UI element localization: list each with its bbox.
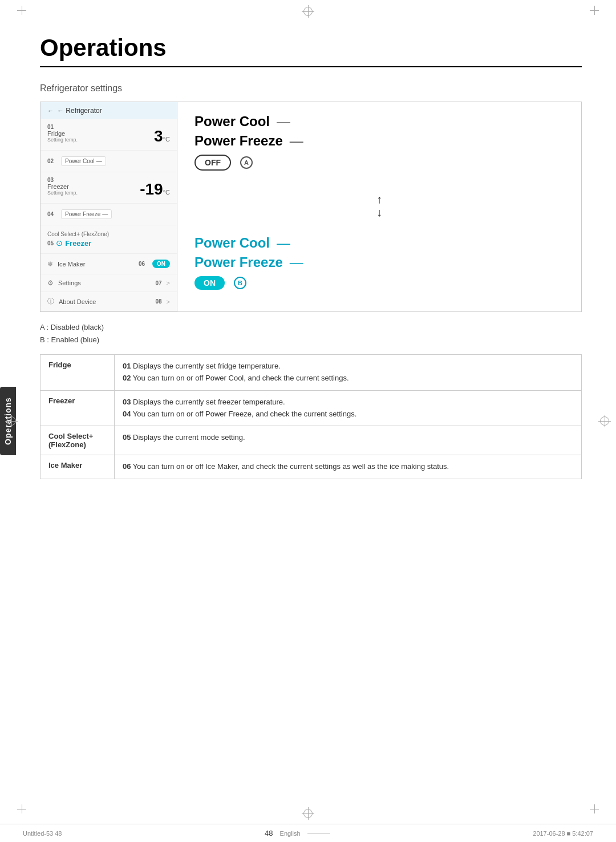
arrow-down-icon: ↓ — [376, 206, 382, 219]
item-06-label: Ice Maker — [58, 261, 134, 268]
section-heading: Refrigerator settings — [40, 83, 582, 94]
corner-mark-bl — [17, 804, 26, 813]
phone-header: ← ← Refrigerator — [40, 102, 177, 119]
settings-arrow: > — [167, 280, 170, 286]
icemaker-row-content: 06 You can turn on or off Ice Maker, and… — [115, 455, 582, 479]
item-01-sublabel: Setting temp. — [47, 137, 149, 143]
freezer-num-03: 03 — [123, 398, 131, 406]
power-cool-b-label: Power Cool — [194, 235, 270, 251]
corner-mark-tl — [17, 6, 26, 15]
arrow-up-icon: ↑ — [376, 193, 382, 206]
phone-header-title: ← Refrigerator — [57, 107, 102, 115]
off-on-row-a: OFF A — [194, 155, 564, 171]
item-08-label: About Device — [59, 298, 151, 305]
main-content: Operations Refrigerator settings ← ← Ref… — [23, 0, 599, 513]
item-02-number: 02 — [47, 158, 56, 164]
item-07-label: Settings — [58, 280, 151, 286]
right-center-mark — [600, 416, 609, 426]
phone-menu-fridge[interactable]: 01 Fridge Setting temp. 3 °C — [40, 119, 177, 151]
off-on-row-b: ON B — [194, 276, 564, 290]
phone-menu-settings[interactable]: ⚙ Settings 07 > — [40, 274, 177, 292]
power-freeze-b: Power Freeze — — [194, 254, 564, 270]
power-cool-b: Power Cool — — [194, 235, 564, 251]
legend-b: B : Enabled (blue) — [40, 334, 582, 346]
about-icon: ⓘ — [47, 297, 54, 306]
icemaker-badge: ON — [152, 260, 170, 268]
corner-mark-tr — [590, 6, 599, 15]
phone-panel: ← ← Refrigerator 01 Fridge Setting temp.… — [40, 102, 177, 311]
power-cool-a: Power Cool — — [194, 114, 564, 129]
on-badge[interactable]: ON — [194, 276, 225, 290]
power-freeze-a: Power Freeze — — [194, 133, 564, 149]
powercool-badge: Power Cool — — [61, 156, 106, 166]
about-arrow: > — [167, 298, 170, 305]
section-b: Power Cool — Power Freeze — ON B — [194, 235, 564, 294]
diagram-container: ← ← Refrigerator 01 Fridge Setting temp.… — [40, 102, 582, 312]
section-a: Power Cool — Power Freeze — OFF A — [194, 114, 564, 175]
footer-language: English — [280, 830, 301, 837]
fridge-num-01: 01 — [123, 362, 131, 370]
coolselect-row-label: Cool Select+(FlexZone) — [40, 426, 115, 455]
powercool-dash: — — [96, 158, 102, 164]
top-center-mark — [303, 7, 313, 16]
freezer-temp: -19 — [140, 180, 163, 199]
freezer-row-content: 03 Displays the currently set freezer te… — [115, 390, 582, 426]
phone-menu-about[interactable]: ⓘ About Device 08 > — [40, 292, 177, 311]
phone-menu-coolselect[interactable]: Cool Select+ (FlexZone) 05 ⊙ Freezer — [40, 225, 177, 254]
coolselect-num-05: 05 — [123, 433, 131, 442]
power-cool-a-label: Power Cool — [194, 114, 270, 129]
phone-menu-icemaker[interactable]: ❄ Ice Maker 06 ON — [40, 254, 177, 274]
freezer-num-04: 04 — [123, 410, 131, 418]
power-freeze-b-dash: — — [290, 254, 303, 270]
legend-a: A : Disabled (black) — [40, 321, 582, 334]
footer: Untitled-53 48 48 English 2017-06-28 ■ 5… — [0, 824, 616, 842]
item-06-number: 06 — [139, 261, 148, 267]
fridge-row-content: 01 Displays the currently set fridge tem… — [115, 355, 582, 391]
bottom-center-mark — [303, 809, 313, 818]
item-08-number: 08 — [155, 298, 161, 305]
coolselect-value: Freezer — [65, 239, 91, 248]
coolselect-title: Cool Select+ (FlexZone) — [47, 231, 170, 237]
table-row-coolselect: Cool Select+(FlexZone) 05 Displays the c… — [40, 426, 582, 455]
phone-menu-powercool[interactable]: 02 Power Cool — — [40, 151, 177, 172]
power-cool-a-dash: — — [277, 114, 290, 129]
footer-date: 2017-06-28 ■ 5:42:07 — [533, 830, 593, 837]
footer-filename: Untitled-53 48 — [23, 830, 62, 837]
power-freeze-b-label: Power Freeze — [194, 254, 283, 270]
item-07-number: 07 — [155, 280, 161, 286]
item-03-sublabel: Setting temp. — [47, 190, 135, 196]
fridge-row-label: Fridge — [40, 355, 115, 391]
left-center-mark — [7, 416, 16, 426]
coolselect-row-content: 05 Displays the current mode setting. — [115, 426, 582, 455]
arrow-connector: ↑ ↓ — [194, 193, 564, 219]
circle-label-b: B — [234, 277, 246, 289]
item-03-label: Freezer — [47, 183, 135, 190]
coolselect-icon: ⊙ — [56, 238, 63, 248]
fridge-unit: °C — [163, 136, 170, 143]
icemaker-row-label: Ice Maker — [40, 455, 115, 479]
fridge-temp: 3 — [154, 127, 163, 145]
legend: A : Disabled (black) B : Enabled (blue) — [40, 321, 582, 346]
phone-menu-powerfreeze[interactable]: 04 Power Freeze — — [40, 204, 177, 225]
corner-mark-br — [590, 804, 599, 813]
power-freeze-a-dash: — — [290, 133, 303, 149]
icemaker-icon: ❄ — [47, 260, 53, 268]
table-row-fridge: Fridge 01 Displays the currently set fri… — [40, 355, 582, 391]
table-row-icemaker: Ice Maker 06 You can turn on or off Ice … — [40, 455, 582, 479]
power-freeze-a-label: Power Freeze — [194, 133, 283, 149]
table-row-freezer: Freezer 03 Displays the currently set fr… — [40, 390, 582, 426]
powerfreeze-dash: — — [102, 211, 108, 217]
footer-line — [307, 833, 330, 833]
freezer-row-label: Freezer — [40, 390, 115, 426]
powerfreeze-badge: Power Freeze — — [61, 209, 112, 219]
powercool-label: Power Cool — [65, 158, 95, 164]
icemaker-num-06: 06 — [123, 462, 131, 471]
footer-page-number: 48 — [265, 829, 273, 837]
item-01-label: Fridge — [47, 130, 149, 137]
page-title: Operations — [40, 34, 582, 67]
fridge-num-02: 02 — [123, 374, 131, 382]
right-panel: Power Cool — Power Freeze — OFF A ↑ ↓ — [177, 102, 581, 311]
back-arrow-icon: ← — [47, 107, 54, 114]
phone-menu-freezer[interactable]: 03 Freezer Setting temp. -19 °C — [40, 172, 177, 204]
off-badge[interactable]: OFF — [194, 155, 231, 171]
